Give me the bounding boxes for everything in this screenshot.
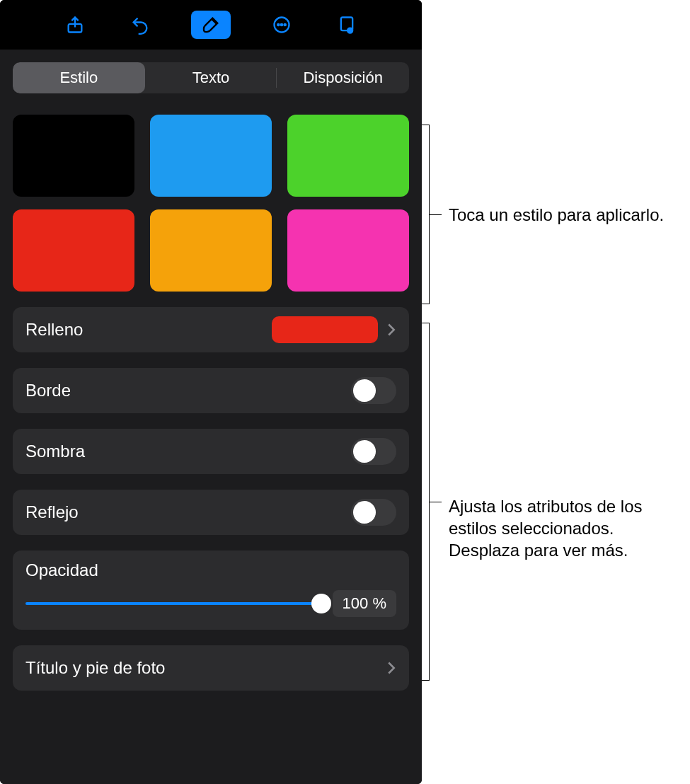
callout-text: Toca un estilo para aplicarlo. bbox=[449, 204, 675, 226]
opacity-row: Opacidad 100 % bbox=[13, 550, 409, 630]
callout-bracket bbox=[429, 125, 430, 304]
shadow-toggle[interactable] bbox=[351, 438, 396, 465]
style-swatch[interactable] bbox=[13, 115, 134, 197]
style-swatch[interactable] bbox=[150, 209, 272, 292]
tab-text[interactable]: Texto bbox=[145, 62, 277, 93]
format-panel-body: Estilo Texto Disposición Relleno Borde S… bbox=[0, 50, 422, 784]
svg-point-2 bbox=[277, 24, 279, 25]
segmented-tabs: Estilo Texto Disposición bbox=[13, 62, 409, 93]
shadow-row[interactable]: Sombra bbox=[13, 429, 409, 474]
border-label: Borde bbox=[25, 381, 351, 400]
opacity-slider[interactable] bbox=[25, 595, 321, 612]
opacity-value: 100 % bbox=[333, 590, 396, 617]
caption-row[interactable]: Título y pie de foto bbox=[13, 645, 409, 691]
document-view-icon[interactable] bbox=[333, 11, 361, 39]
svg-point-4 bbox=[284, 24, 286, 25]
undo-icon[interactable] bbox=[126, 11, 154, 39]
style-swatch[interactable] bbox=[287, 115, 409, 197]
style-presets-grid bbox=[13, 115, 409, 292]
fill-label: Relleno bbox=[25, 320, 272, 340]
top-toolbar bbox=[0, 0, 422, 50]
reflection-label: Reflejo bbox=[25, 502, 351, 522]
fill-row[interactable]: Relleno bbox=[13, 307, 409, 352]
tab-layout[interactable]: Disposición bbox=[277, 62, 409, 93]
shadow-label: Sombra bbox=[25, 442, 351, 461]
border-toggle[interactable] bbox=[351, 377, 396, 404]
callout-bracket bbox=[429, 323, 430, 681]
reflection-row[interactable]: Reflejo bbox=[13, 490, 409, 535]
caption-label: Título y pie de foto bbox=[25, 658, 386, 678]
opacity-label: Opacidad bbox=[25, 560, 396, 580]
reflection-toggle[interactable] bbox=[351, 499, 396, 526]
style-swatch[interactable] bbox=[287, 209, 409, 292]
style-swatch[interactable] bbox=[150, 115, 272, 197]
svg-point-6 bbox=[347, 28, 352, 33]
style-panel: Estilo Texto Disposición Relleno Borde S… bbox=[0, 0, 422, 784]
format-brush-icon[interactable] bbox=[191, 11, 231, 39]
tab-style[interactable]: Estilo bbox=[13, 62, 145, 93]
more-icon[interactable] bbox=[268, 11, 296, 39]
share-icon[interactable] bbox=[61, 11, 89, 39]
callout-text: Ajusta los atributos de los estilos sele… bbox=[449, 495, 682, 562]
border-row[interactable]: Borde bbox=[13, 368, 409, 413]
fill-color-preview bbox=[272, 316, 378, 343]
svg-point-3 bbox=[281, 24, 282, 25]
chevron-right-icon bbox=[386, 661, 396, 675]
chevron-right-icon bbox=[386, 323, 396, 337]
style-swatch[interactable] bbox=[13, 209, 134, 292]
